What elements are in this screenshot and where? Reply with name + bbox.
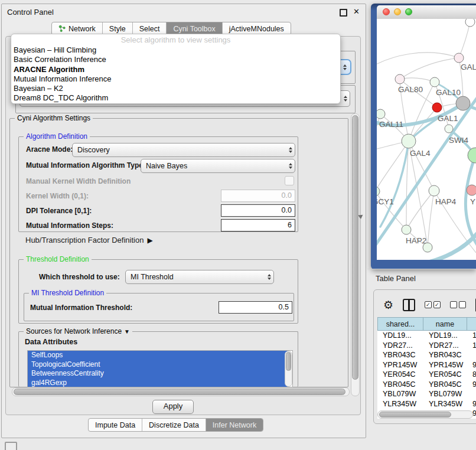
combo-stepper-icon [344, 96, 347, 102]
traffic-close-icon[interactable] [383, 8, 390, 15]
tab-discretize-data[interactable]: Discretize Data [142, 419, 206, 431]
mi-steps-label: Mutual Information Steps: [26, 221, 113, 230]
network-node-gal10[interactable] [430, 77, 439, 87]
table-row[interactable]: YLR345WYLR345W9. [377, 399, 476, 409]
network-node-hap2[interactable] [402, 225, 411, 234]
table-cell: YLR345W [377, 399, 423, 409]
node-label: GAL11 [379, 120, 403, 129]
data-attribute-item[interactable]: SelfLoops [28, 351, 289, 360]
column-header-cut[interactable] [467, 317, 476, 331]
aracne-mode-label: Aracne Mode: [26, 145, 73, 154]
table-hscroll-thumb[interactable] [379, 412, 451, 418]
table-cell: YER054C [423, 370, 467, 380]
algorithm-option[interactable]: Basic Correlation Inference [14, 55, 338, 64]
network-graph: GALGAL80GAL10GAL1GAL11SWI4GAL4GCY1HAP4YH… [377, 19, 476, 260]
table-cell: YER054C [377, 370, 423, 380]
network-node-swi4[interactable] [445, 125, 453, 133]
settings-vscroll-thumb[interactable] [352, 115, 358, 380]
mi-algorithm-type-combo[interactable]: Naive Bayes [141, 159, 295, 173]
algorithm-option[interactable]: ARACNE Algorithm [14, 65, 338, 74]
table-cell: YBL079W [377, 389, 423, 399]
network-canvas[interactable]: GALGAL80GAL10GAL1GAL11SWI4GAL4GCY1HAP4YH… [377, 19, 476, 260]
tab-infer-network[interactable]: Infer Network [206, 419, 263, 431]
network-node[interactable] [468, 148, 476, 163]
columns-icon[interactable] [403, 299, 415, 311]
data-attribute-item[interactable]: TopologicalCoefficient [28, 360, 289, 370]
table-cell: 9. [467, 360, 476, 370]
which-threshold-combo[interactable]: MI Threshold [125, 270, 274, 284]
node-label: GAL80 [398, 85, 423, 94]
settings-hscroll-thumb[interactable] [14, 389, 345, 395]
mi-steps-field[interactable]: 6 [221, 219, 295, 231]
select-all-icon[interactable]: ✓ ✓ [425, 301, 441, 308]
manual-kernel-width-checkbox[interactable] [285, 176, 294, 185]
hub-definition-expander[interactable]: Hub/Transcription Factor Definition▶ [25, 236, 153, 244]
minimized-panel-icon[interactable] [5, 442, 17, 450]
network-node-gal[interactable] [454, 53, 464, 63]
network-node[interactable] [465, 19, 475, 27]
tab-network[interactable]: Network [52, 22, 102, 35]
table-row[interactable]: YER054CYER054C8. [377, 370, 476, 380]
mi-threshold-field[interactable]: 0.5 [219, 301, 292, 314]
close-panel-icon[interactable]: ✕ [353, 7, 360, 16]
algorithm-option[interactable]: Bayesian – K2 [14, 84, 338, 93]
data-attribute-item[interactable]: gal4RGexp [28, 379, 289, 388]
column-header-name[interactable]: name [423, 317, 467, 331]
table-horizontal-scrollbar[interactable] [377, 410, 473, 419]
network-node-gcy1[interactable] [377, 187, 380, 196]
network-node-hap4[interactable] [429, 185, 439, 196]
gear-icon[interactable]: ⚙ [383, 299, 393, 311]
attributes-list-scrollbar[interactable] [285, 351, 292, 387]
table-cell: 13 [467, 331, 476, 341]
traffic-zoom-icon[interactable] [405, 8, 412, 15]
network-node[interactable] [423, 243, 432, 252]
table-row[interactable]: YPR145WYPR145W9. [377, 360, 476, 370]
float-panel-icon[interactable] [340, 9, 347, 17]
network-window-titlebar[interactable] [377, 5, 476, 19]
network-node[interactable] [456, 96, 470, 110]
tab-label: jActiveMNodules [229, 25, 284, 33]
network-node-gal4[interactable] [402, 134, 416, 148]
aracne-mode-combo[interactable]: Discovery [72, 143, 295, 157]
tab-jactivemnodules[interactable]: jActiveMNodules [222, 22, 291, 35]
network-node-gal80[interactable] [395, 74, 405, 84]
column-header-shared...[interactable]: shared... [377, 317, 423, 331]
tab-select[interactable]: Select [132, 22, 167, 35]
algorithm-option[interactable]: Bayesian – Hill Climbing [14, 45, 338, 55]
collapse-down-icon: ▼ [124, 328, 130, 335]
network-node-gal11[interactable] [377, 109, 385, 119]
table-cell: YDR27... [423, 341, 467, 351]
table-panel: ⚙ ✓ ✓ shared...name YDL19...YDL19...13YD… [373, 289, 476, 424]
traffic-minimize-icon[interactable] [394, 8, 401, 15]
tab-impute-data[interactable]: Impute Data [89, 419, 142, 431]
table-row[interactable]: YBR043CYBR043C [377, 350, 476, 360]
table-cell: YBR045C [377, 380, 423, 390]
settings-horizontal-scrollbar[interactable] [12, 387, 350, 396]
table-row[interactable]: YDL19...YDL19...13 [377, 331, 476, 341]
attributes-scrollbar-thumb[interactable] [286, 352, 291, 371]
checked-box-icon: ✓ [433, 301, 441, 308]
network-node-y[interactable] [467, 185, 476, 195]
tab-style[interactable]: Style [102, 22, 132, 35]
node-label: HAP4 [435, 197, 457, 206]
hub-definition-label: Hub/Transcription Factor Definition [25, 236, 144, 244]
algorithm-option[interactable]: Dream8 DC_TDC Algorithm [14, 93, 338, 103]
table-row[interactable]: YBL079WYBL079W [377, 389, 476, 399]
network-node-gal1[interactable] [432, 103, 442, 112]
mi-algorithm-type-value: Naive Bayes [146, 162, 289, 170]
checked-box-icon: ✓ [425, 301, 432, 308]
table-row[interactable]: YDR27...YDR27...12 [377, 341, 476, 351]
node-label: GAL4 [410, 149, 431, 158]
dpi-tolerance-field[interactable]: 0.0 [221, 204, 295, 217]
table-row[interactable]: YBR045CYBR045C9. [377, 380, 476, 390]
tab-cyni-toolbox[interactable]: Cyni Toolbox [166, 22, 221, 35]
apply-button[interactable]: Apply [152, 400, 194, 414]
algorithm-option[interactable]: Mutual Information Inference [14, 74, 338, 84]
node-label: SWI4 [449, 136, 468, 145]
network-view-window: GALGAL80GAL10GAL1GAL11SWI4GAL4GCY1HAP4YH… [371, 4, 476, 269]
data-attributes-list[interactable]: SelfLoopsTopologicalCoefficientBetweenne… [27, 350, 293, 387]
settings-vertical-scrollbar[interactable] [351, 113, 360, 396]
data-attribute-item[interactable]: BetweennessCentrality [28, 369, 289, 379]
kernel-width-field[interactable]: 0.0 [221, 190, 295, 202]
deselect-all-icon[interactable] [450, 301, 466, 308]
